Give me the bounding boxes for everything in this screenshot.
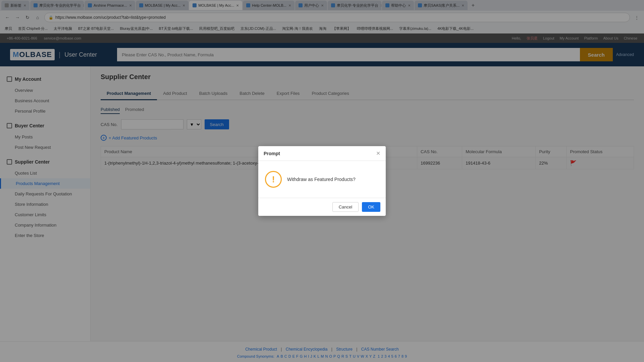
warning-icon: !	[265, 171, 282, 188]
modal-overlay: Prompt ✕ ! Withdraw as Featured Products…	[0, 0, 644, 362]
modal-header: Prompt ✕	[258, 146, 386, 161]
ok-button[interactable]: OK	[362, 202, 380, 212]
modal-title: Prompt	[264, 151, 280, 156]
modal-body: ! Withdraw as Featured Products?	[258, 161, 386, 198]
modal-dialog: Prompt ✕ ! Withdraw as Featured Products…	[258, 146, 386, 216]
modal-message: Withdraw as Featured Products?	[287, 177, 356, 182]
modal-footer: Cancel OK	[258, 198, 386, 216]
cancel-button[interactable]: Cancel	[332, 202, 359, 212]
modal-close-button[interactable]: ✕	[376, 150, 380, 157]
